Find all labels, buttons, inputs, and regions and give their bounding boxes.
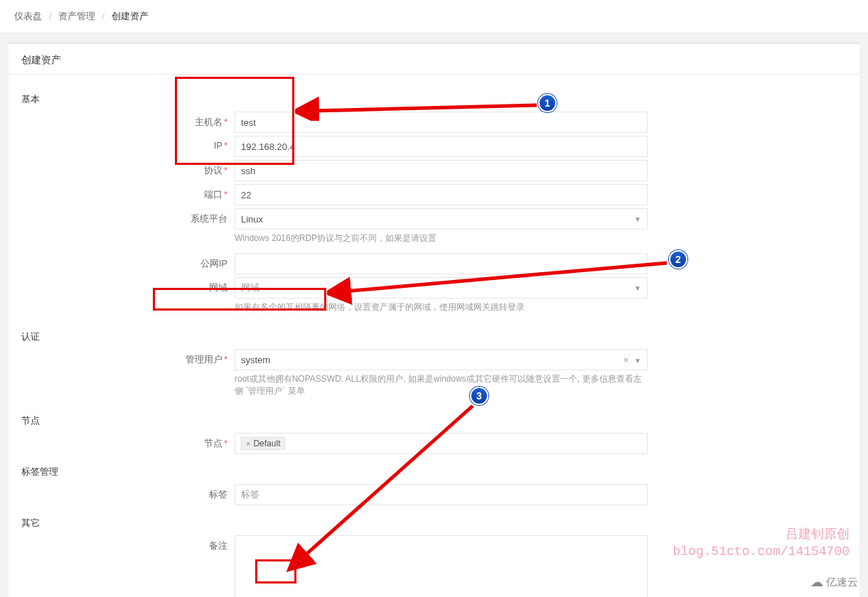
public-ip-input[interactable] [235, 253, 648, 274]
section-node: 节点 [21, 406, 847, 433]
platform-selected: Linux [241, 214, 263, 225]
crumb-asset-mgmt[interactable]: 资产管理 [58, 11, 95, 21]
label-platform: 系统平台 [191, 213, 227, 224]
label-port: 端口 [204, 189, 223, 200]
label-protocol: 协议 [204, 165, 223, 176]
clear-icon[interactable]: × [623, 355, 629, 365]
label-tags: 标签 [209, 489, 227, 500]
close-icon[interactable]: × [246, 439, 250, 448]
label-hostname: 主机名 [195, 117, 223, 127]
crumb-create-asset: 创建资产 [112, 11, 149, 21]
section-basic: 基本 [21, 85, 847, 112]
label-domain: 网域 [209, 282, 227, 293]
section-tags: 标签管理 [21, 457, 847, 484]
notes-textarea[interactable] [235, 535, 648, 597]
help-domain: 如果有多个的互相隔离的网络，设置资产属于的网域，使用网域网关跳转登录 [235, 301, 648, 313]
crumb-dashboard[interactable]: 仪表盘 [14, 11, 42, 21]
label-public-ip: 公网IP [200, 258, 227, 269]
node-tag-label: Default [253, 439, 280, 448]
chevron-down-icon: ▼ [634, 284, 641, 292]
ip-input[interactable] [235, 136, 648, 157]
breadcrumb: 仪表盘 / 资产管理 / 创建资产 [0, 0, 868, 33]
domain-placeholder: 网域 [241, 281, 259, 294]
tags-select[interactable]: 标签 [235, 484, 648, 505]
node-tag-default[interactable]: × Default [241, 437, 285, 450]
protocol-input[interactable] [235, 160, 648, 181]
platform-select[interactable]: Linux ▼ [235, 208, 648, 230]
domain-select[interactable]: 网域 ▼ [235, 277, 648, 298]
tags-placeholder: 标签 [241, 488, 259, 501]
panel-title: 创建资产 [9, 44, 859, 75]
admin-user-select[interactable]: system ×▼ [235, 349, 648, 370]
chevron-down-icon: ▼ [634, 215, 641, 223]
crumb-sep: / [102, 11, 105, 21]
node-select[interactable]: × Default [235, 433, 648, 454]
port-input[interactable] [235, 184, 648, 205]
crumb-sep: / [49, 11, 52, 21]
hostname-input[interactable] [235, 112, 648, 133]
chevron-down-icon: ▼ [634, 357, 641, 365]
help-admin-user: root或其他拥有NOPASSWD: ALL权限的用户, 如果是windows或… [235, 373, 648, 397]
help-platform: Windows 2016的RDP协议与之前不同，如果是请设置 [235, 232, 648, 244]
section-auth: 认证 [21, 322, 847, 349]
admin-user-selected: system [241, 355, 270, 365]
create-asset-panel: 创建资产 基本 主机名* IP* 协议* 端口* 系统平台 Linux ▼ [9, 42, 859, 597]
label-node: 节点 [204, 438, 223, 448]
label-admin-user: 管理用户 [186, 354, 223, 365]
label-ip: IP [214, 140, 223, 151]
label-notes: 备注 [209, 540, 227, 551]
section-other: 其它 [21, 508, 847, 535]
